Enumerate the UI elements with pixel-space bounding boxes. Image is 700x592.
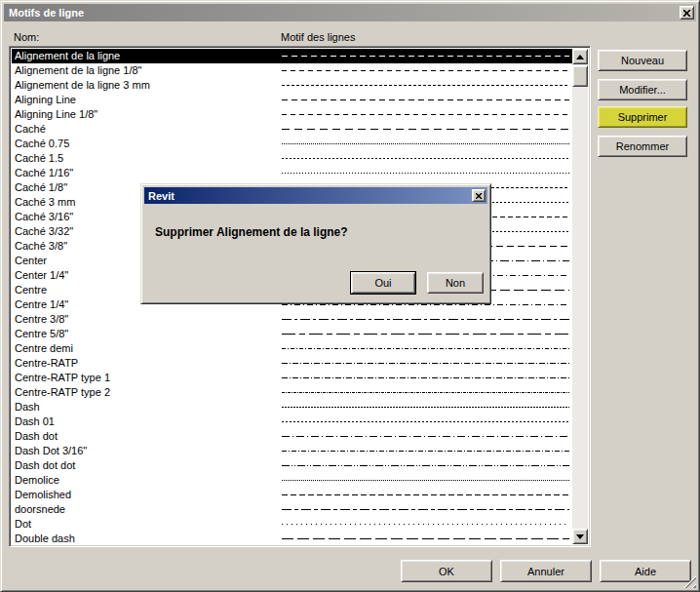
scroll-down-button[interactable] [572, 529, 588, 544]
list-item[interactable]: Caché [12, 122, 572, 137]
list-item[interactable]: Demolice [12, 473, 572, 488]
line-pattern-preview [282, 129, 569, 130]
line-pattern-preview [282, 334, 569, 335]
modify-button[interactable]: Modifier... [598, 79, 687, 100]
pattern-name: Caché 1.5 [15, 152, 63, 164]
line-pattern-preview [282, 114, 569, 115]
pattern-name: Demolice [15, 474, 59, 486]
pattern-name: Dash dot dot [15, 459, 75, 471]
list-item[interactable]: Caché 1/16" [12, 166, 572, 180]
pattern-name: Center [15, 255, 47, 266]
dialog-title: Motifs de ligne [9, 7, 84, 19]
pattern-name: Center 1/4" [15, 269, 68, 281]
rename-button[interactable]: Renommer [598, 136, 687, 157]
triangle-up-icon [576, 55, 584, 59]
pattern-name: Dash Dot 3/16" [15, 445, 87, 456]
line-pattern-preview [282, 363, 569, 364]
pattern-name: Dash dot [15, 430, 58, 442]
pattern-name: Centre-RATP [15, 357, 78, 369]
list-item[interactable]: Centre-RATP type 1 [12, 371, 572, 385]
list-item[interactable]: Dash 01 [12, 414, 572, 429]
line-pattern-preview [282, 143, 569, 144]
line-pattern-preview [282, 319, 569, 320]
scroll-up-button[interactable] [572, 49, 588, 64]
line-pattern-preview [282, 509, 569, 510]
line-pattern-preview [282, 436, 569, 437]
yes-button[interactable]: Oui [351, 272, 415, 294]
pattern-name: Alignement de la ligne [15, 50, 120, 61]
pattern-name: Caché 1/16" [15, 167, 73, 178]
line-pattern-preview [282, 392, 569, 393]
list-item[interactable]: Dash [12, 400, 572, 414]
list-item[interactable]: Double dash [12, 532, 572, 544]
triangle-down-icon [576, 534, 584, 539]
help-button[interactable]: Aide [600, 560, 691, 582]
pattern-name: Alignement de la ligne 3 mm [15, 79, 150, 91]
line-pattern-preview [282, 173, 569, 174]
x-mark-icon [683, 10, 691, 17]
line-pattern-preview [282, 99, 569, 100]
list-item[interactable]: Centre 5/8" [12, 327, 572, 341]
pattern-name: Centre-RATP type 1 [15, 372, 110, 383]
pattern-name: Caché 1/8" [15, 181, 67, 193]
pattern-name: Demolished [15, 489, 71, 500]
pattern-name: Caché 3/8" [15, 240, 67, 252]
x-mark-icon [476, 193, 483, 199]
line-pattern-preview [282, 377, 569, 378]
line-pattern-preview [282, 480, 569, 481]
list-item[interactable]: Alignement de la ligne 3 mm [12, 78, 572, 93]
list-item[interactable]: Centre demi [12, 341, 572, 356]
list-item[interactable]: Caché 0.75 [12, 137, 572, 151]
line-pattern-preview [282, 538, 569, 539]
modal-titlebar[interactable]: Revit [144, 187, 487, 204]
pattern-name: Centre 3/8" [15, 313, 68, 325]
scrollbar-thumb[interactable] [572, 65, 588, 87]
modal-close-icon[interactable] [472, 189, 486, 202]
list-scrollbar[interactable] [572, 49, 588, 544]
pattern-name: Centre 1/4" [15, 298, 68, 310]
pattern-name: Caché [15, 123, 46, 135]
list-item[interactable]: Aligning Line [12, 93, 572, 107]
pattern-name: Caché 0.75 [15, 138, 69, 149]
list-item[interactable]: Centre 3/8" [12, 312, 572, 327]
close-icon[interactable] [680, 6, 694, 20]
line-pattern-preview [282, 70, 569, 71]
pattern-name: Caché 3/16" [15, 211, 73, 222]
pattern-name: Aligning Line 1/8" [15, 108, 97, 120]
list-item[interactable]: Dash dot dot [12, 458, 572, 473]
pattern-name: Caché 3/32" [15, 225, 73, 237]
name-column-label: Nom: [14, 31, 39, 43]
ok-button[interactable]: OK [401, 560, 492, 582]
pattern-name: Caché 3 mm [15, 196, 75, 208]
pattern-column-label: Motif des lignes [281, 31, 355, 43]
pattern-name: Centre demi [15, 342, 73, 354]
line-pattern-preview [282, 451, 569, 452]
delete-button[interactable]: Supprimer [598, 106, 687, 128]
line-pattern-preview [282, 348, 569, 349]
line-pattern-preview [282, 421, 569, 422]
new-button[interactable]: Nouveau [598, 50, 687, 71]
list-item[interactable]: Dot [12, 517, 572, 532]
list-item[interactable]: Centre-RATP [12, 356, 572, 371]
list-item[interactable]: Dash Dot 3/16" [12, 444, 572, 458]
list-item[interactable]: doorsnede [12, 502, 572, 517]
list-item[interactable]: Aligning Line 1/8" [12, 107, 572, 122]
confirm-message: Supprimer Alignement de la ligne? [155, 225, 348, 239]
list-item[interactable]: Caché 1.5 [12, 151, 572, 166]
pattern-name: Dot [15, 518, 31, 530]
pattern-name: Aligning Line [15, 94, 76, 105]
list-item[interactable]: Demolished [12, 488, 572, 502]
line-pattern-preview [282, 407, 569, 408]
confirm-delete-dialog: Revit Supprimer Alignement de la ligne? … [140, 183, 491, 304]
line-pattern-preview [282, 524, 569, 525]
list-item[interactable]: Alignement de la ligne [12, 49, 572, 63]
list-item[interactable]: Dash dot [12, 429, 572, 444]
no-button[interactable]: Non [427, 272, 484, 294]
pattern-name: Centre 5/8" [15, 328, 68, 339]
list-item[interactable]: Centre-RATP type 2 [12, 385, 572, 400]
cancel-button[interactable]: Annuler [500, 560, 592, 582]
line-pattern-preview [282, 56, 569, 57]
list-item[interactable]: Alignement de la ligne 1/8" [12, 63, 572, 78]
dialog-titlebar[interactable]: Motifs de ligne [4, 4, 696, 21]
pattern-name: Dash 01 [15, 415, 55, 427]
